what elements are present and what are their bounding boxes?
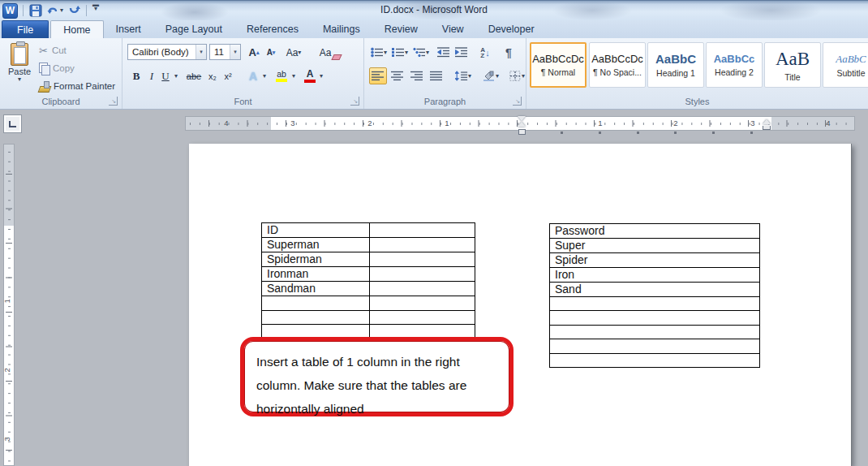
align-left-button[interactable]	[369, 67, 387, 84]
font-size-caret[interactable]: ▾	[230, 45, 240, 59]
subscript-button[interactable]: x₂	[205, 67, 220, 84]
clear-formatting-button[interactable]: Aa	[316, 44, 335, 61]
empty-cell[interactable]	[370, 282, 475, 296]
table-row[interactable]: Spiderman	[262, 252, 475, 267]
table-row[interactable]: Superman	[262, 238, 475, 252]
empty-cell[interactable]	[370, 267, 475, 282]
table-row[interactable]: Super	[550, 239, 760, 253]
style-gallery-item[interactable]: AaBbC Heading 1	[647, 42, 704, 88]
left-indent-marker[interactable]	[518, 129, 526, 135]
align-center-button[interactable]	[389, 67, 406, 84]
style-gallery-item[interactable]: AaBbC Subtitle	[823, 42, 868, 88]
font-dialog-launcher[interactable]	[350, 97, 359, 106]
password-cell[interactable]: Iron	[550, 268, 760, 283]
empty-cell[interactable]	[370, 296, 475, 311]
id-cell[interactable]: Superman	[262, 238, 370, 252]
text-effects-button[interactable]: A	[246, 67, 260, 84]
superscript-button[interactable]: x²	[221, 67, 235, 84]
empty-cell[interactable]	[370, 252, 475, 267]
ribbon-tab[interactable]: Review	[372, 20, 430, 38]
paste-button[interactable]: Paste ▾	[3, 41, 36, 95]
strikethrough-button[interactable]: abe	[184, 67, 204, 84]
table-row[interactable]: Iron	[550, 268, 760, 283]
password-cell[interactable]	[550, 339, 760, 353]
table-row[interactable]: Ironman	[262, 267, 475, 282]
ribbon-tab[interactable]: File	[2, 20, 49, 38]
table-row[interactable]	[550, 325, 760, 339]
clipboard-dialog-launcher[interactable]	[109, 97, 118, 106]
paste-dropdown-caret[interactable]: ▾	[3, 76, 36, 83]
align-right-button[interactable]	[408, 67, 426, 84]
shrink-font-button[interactable]: A	[264, 44, 278, 61]
id-cell[interactable]: ID	[262, 223, 370, 238]
table-row[interactable]	[550, 339, 760, 353]
password-cell[interactable]: Sand	[550, 283, 760, 297]
id-cell[interactable]: Sandman	[262, 282, 370, 296]
highlight-button[interactable]: ab	[273, 67, 290, 84]
font-name-caret[interactable]: ▾	[196, 45, 206, 59]
id-cell[interactable]	[262, 296, 370, 311]
first-line-indent-marker[interactable]	[518, 116, 526, 121]
vertical-ruler[interactable]: 123	[3, 144, 15, 466]
borders-button[interactable]: ▾	[505, 67, 528, 84]
multilevel-list-button[interactable]: ▾	[411, 44, 431, 61]
id-cell[interactable]: Ironman	[262, 267, 370, 282]
numbering-button[interactable]: ▾	[390, 44, 410, 61]
style-gallery-item[interactable]: AaBbCcDc ¶ No Spaci...	[589, 42, 646, 88]
shading-button[interactable]: ▾	[479, 67, 502, 84]
ribbon-tab[interactable]: Home	[50, 20, 103, 38]
document-page[interactable]: ID Superman Spiderman Ironman Sandman	[189, 144, 852, 466]
indent-markers[interactable]	[512, 115, 531, 138]
style-gallery-item[interactable]: AaBbCc Heading 2	[706, 42, 763, 88]
text-effects-caret[interactable]: ▾	[260, 67, 269, 84]
password-cell[interactable]: Spider	[550, 253, 760, 268]
justify-button[interactable]	[428, 67, 445, 84]
show-hide-pilcrow-button[interactable]: ¶	[501, 44, 517, 61]
ribbon-tab[interactable]: Mailings	[311, 20, 372, 38]
table-row[interactable]: Spider	[550, 253, 760, 268]
ribbon-tab[interactable]: Developer	[476, 20, 547, 38]
style-gallery-item[interactable]: AaB Title	[764, 42, 821, 88]
font-size-combobox[interactable]: 11 ▾	[209, 44, 241, 60]
empty-cell[interactable]	[370, 310, 475, 325]
table-row[interactable]: Sandman	[262, 282, 475, 296]
password-cell[interactable]: Super	[550, 239, 760, 253]
ribbon-tab[interactable]: References	[234, 20, 311, 38]
hanging-indent-marker[interactable]	[518, 122, 526, 127]
table-row[interactable]	[262, 310, 475, 325]
highlight-caret[interactable]: ▾	[290, 67, 298, 84]
bullets-button[interactable]: ▾	[369, 44, 389, 61]
ribbon-tab[interactable]: View	[430, 20, 476, 38]
table-row[interactable]	[550, 353, 760, 367]
bold-button[interactable]: B	[129, 67, 144, 84]
change-case-button[interactable]: Aa▾	[283, 44, 304, 61]
password-cell[interactable]	[550, 353, 760, 367]
paragraph-dialog-launcher[interactable]	[513, 97, 522, 106]
empty-cell[interactable]	[370, 223, 475, 238]
grow-font-button[interactable]: A	[246, 44, 262, 61]
password-cell[interactable]	[550, 325, 760, 339]
id-cell[interactable]: Spiderman	[262, 252, 370, 267]
table-row[interactable]	[550, 311, 760, 325]
id-table[interactable]: ID Superman Spiderman Ironman Sandman	[261, 222, 475, 339]
copy-button[interactable]: Copy	[39, 60, 75, 76]
font-color-caret[interactable]: ▾	[317, 67, 325, 84]
password-table[interactable]: Password Super Spider Iron Sand	[549, 223, 760, 368]
sort-button[interactable]: AZ ↓	[476, 44, 494, 61]
password-cell[interactable]: Password	[550, 224, 760, 239]
password-cell[interactable]	[550, 311, 760, 325]
font-name-combobox[interactable]: Calibri (Body) ▾	[127, 44, 207, 60]
table-row[interactable]	[262, 296, 475, 311]
ribbon-tab[interactable]: Page Layout	[153, 20, 234, 38]
id-cell[interactable]	[262, 310, 370, 325]
right-indent-marker[interactable]	[763, 123, 771, 131]
password-cell[interactable]	[550, 297, 760, 311]
cut-button[interactable]: ✂ Cut	[39, 42, 67, 58]
ribbon-tab[interactable]: Insert	[104, 20, 153, 38]
italic-button[interactable]: I	[145, 67, 158, 84]
empty-cell[interactable]	[370, 238, 475, 252]
table-row[interactable]: ID	[262, 223, 475, 238]
table-row[interactable]	[550, 297, 760, 311]
decrease-indent-button[interactable]	[436, 44, 452, 61]
style-gallery-item[interactable]: AaBbCcDc ¶ Normal	[530, 42, 587, 88]
